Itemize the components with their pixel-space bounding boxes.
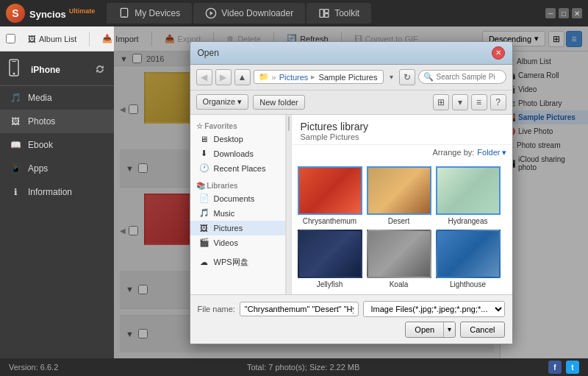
facebook-button[interactable]: f bbox=[548, 361, 562, 374]
ds-documents[interactable]: 📄 Documents bbox=[190, 191, 285, 206]
dialog-nav: ◀ ▶ ▲ 📁 » Pictures ▸ Sample Pictures ▾ ↻… bbox=[190, 65, 512, 91]
sidebar-item-apps[interactable]: 📱 Apps bbox=[0, 157, 114, 180]
status-bar: Version: 6.6.2 Total: 7 photo(s); Size: … bbox=[0, 358, 588, 376]
dialog-title-bar: Open ✕ bbox=[190, 42, 512, 65]
ds-desktop-label: Desktop bbox=[214, 135, 243, 143]
cancel-button[interactable]: Cancel bbox=[460, 322, 504, 338]
view-toggle-3[interactable]: ≡ bbox=[471, 94, 487, 110]
sidebar-media-label: Media bbox=[28, 93, 52, 103]
dialog-close-button[interactable]: ✕ bbox=[492, 46, 505, 60]
dialog-photo-jellyfish[interactable]: Jellyfish bbox=[298, 230, 362, 288]
svg-rect-5 bbox=[325, 10, 329, 13]
back-button[interactable]: ◀ bbox=[196, 69, 212, 85]
wps-icon: ☁ bbox=[199, 257, 209, 267]
view-toggle-2[interactable]: ▾ bbox=[452, 94, 468, 110]
ds-music[interactable]: 🎵 Music bbox=[190, 206, 285, 221]
breadcrumb-pictures[interactable]: Pictures bbox=[279, 73, 309, 82]
ds-downloads[interactable]: ⬇ Downloads bbox=[190, 146, 285, 161]
import-icon: 📥 bbox=[102, 34, 112, 43]
arrange-dropdown[interactable]: Folder ▾ bbox=[477, 148, 506, 157]
close-button[interactable]: ✕ bbox=[572, 8, 582, 18]
ebook-icon: 📖 bbox=[9, 138, 22, 152]
search-icon: 🔍 bbox=[423, 72, 434, 82]
dialog-photo-desert[interactable]: Desert bbox=[367, 166, 431, 225]
maximize-button[interactable]: □ bbox=[559, 8, 569, 18]
tab-my-devices-label: My Devices bbox=[135, 8, 180, 18]
sync-icon[interactable] bbox=[95, 64, 105, 77]
dialog-photo-koala[interactable]: Koala bbox=[367, 230, 431, 288]
logo-icon: S bbox=[6, 4, 25, 23]
tab-toolkit[interactable]: Toolkit bbox=[306, 3, 371, 24]
tab-my-devices[interactable]: My Devices bbox=[107, 3, 192, 24]
window-controls: ─ □ ✕ bbox=[545, 8, 582, 18]
dialog-photo-lighthouse[interactable]: Lighthouse bbox=[436, 230, 501, 288]
view-toggle-1[interactable]: ⊞ bbox=[433, 94, 449, 110]
media-icon: 🎵 bbox=[9, 91, 22, 104]
filename-label: File name: bbox=[198, 305, 235, 313]
dialog-photo-chrysanthemum[interactable]: Chrysanthemum bbox=[298, 166, 362, 225]
videos-icon: 🎬 bbox=[199, 238, 209, 248]
photo-thumb-lighthouse[interactable] bbox=[436, 230, 501, 278]
sidebar-item-media[interactable]: 🎵 Media bbox=[0, 86, 114, 110]
refresh-nav-button[interactable]: ↻ bbox=[399, 69, 415, 85]
apps-icon: 📱 bbox=[9, 162, 22, 175]
ds-videos[interactable]: 🎬 Videos bbox=[190, 235, 285, 250]
album-list-button[interactable]: 🖼 Album List bbox=[21, 32, 83, 46]
search-input[interactable] bbox=[437, 73, 495, 81]
breadcrumb-expand[interactable]: ▾ bbox=[390, 73, 393, 81]
arrange-chevron: ▾ bbox=[502, 148, 506, 157]
new-folder-button[interactable]: New folder bbox=[253, 95, 305, 110]
version-label: Version: 6.6.2 bbox=[9, 363, 58, 372]
sidebar-item-information[interactable]: ℹ Information bbox=[0, 180, 114, 204]
up-button[interactable]: ▲ bbox=[234, 69, 251, 85]
photo-label-chrysanthemum: Chrysanthemum bbox=[303, 217, 356, 225]
open-button-group: Open ▾ bbox=[405, 322, 456, 338]
sidebar-item-ebook[interactable]: 📖 Ebook bbox=[0, 133, 114, 157]
ds-desktop[interactable]: 🖥 Desktop bbox=[190, 132, 285, 146]
photo-thumb-hydrangeas[interactable] bbox=[436, 166, 501, 215]
svg-rect-1 bbox=[123, 16, 126, 17]
breadcrumb-sample: Sample Pictures bbox=[318, 73, 377, 82]
photo-thumb-chrysanthemum[interactable] bbox=[298, 166, 362, 215]
minimize-button[interactable]: ─ bbox=[545, 8, 556, 18]
open-button[interactable]: Open bbox=[406, 322, 444, 337]
libraries-section: 📚 Libraries 📄 Documents 🎵 Music 🖼 Pictur… bbox=[190, 180, 285, 250]
dialog-scrollbar[interactable] bbox=[286, 115, 292, 294]
album-list-label: Album List bbox=[39, 35, 76, 43]
breadcrumb-bar: 📁 » Pictures ▸ Sample Pictures bbox=[254, 70, 384, 84]
scrollbar-thumb[interactable] bbox=[288, 116, 290, 131]
svg-rect-9 bbox=[12, 61, 16, 62]
ds-recent-places[interactable]: 🕐 Recent Places bbox=[190, 161, 285, 176]
select-all-checkbox[interactable] bbox=[6, 34, 15, 43]
ds-pictures[interactable]: 🖼 Pictures bbox=[190, 221, 285, 235]
dialog-photo-hydrangeas[interactable]: Hydrangeas bbox=[436, 166, 501, 225]
ds-wps[interactable]: ☁ WPS网盘 bbox=[190, 255, 285, 270]
search-box: 🔍 bbox=[418, 70, 506, 84]
sidebar-item-photos[interactable]: 🖼 Photos bbox=[0, 110, 114, 133]
album-list-icon: 🖼 bbox=[28, 35, 36, 43]
tab-video-downloader-label: Video Downloader bbox=[221, 8, 293, 18]
tab-video-downloader[interactable]: Video Downloader bbox=[193, 3, 305, 24]
svg-point-8 bbox=[13, 73, 15, 75]
help-button[interactable]: ? bbox=[490, 94, 506, 110]
ds-documents-label: Documents bbox=[214, 194, 255, 203]
recent-icon: 🕐 bbox=[199, 163, 209, 174]
photo-label-jellyfish: Jellyfish bbox=[317, 280, 343, 288]
photo-label-desert: Desert bbox=[388, 217, 409, 225]
photo-thumb-koala[interactable] bbox=[367, 230, 431, 278]
organize-button[interactable]: Organize ▾ bbox=[196, 94, 249, 110]
filename-row: File name: Image Files(*.jpg;*.jpeg;*.pn… bbox=[198, 301, 505, 317]
svg-marker-3 bbox=[210, 11, 213, 15]
filename-input[interactable] bbox=[240, 302, 359, 316]
photo-thumb-jellyfish[interactable] bbox=[298, 230, 362, 278]
library-title: Pictures library bbox=[301, 121, 503, 132]
open-dropdown-button[interactable]: ▾ bbox=[444, 322, 455, 336]
svg-rect-0 bbox=[121, 8, 128, 17]
arrange-row: Arrange by: Folder ▾ bbox=[292, 145, 512, 160]
forward-button[interactable]: ▶ bbox=[215, 69, 232, 85]
sidebar-device: iPhone bbox=[0, 54, 114, 86]
filetype-dropdown[interactable]: Image Files(*.jpg;*.jpeg;*.png;*... bbox=[363, 301, 505, 317]
photo-thumb-desert[interactable] bbox=[367, 166, 431, 215]
separator-1 bbox=[89, 32, 90, 46]
twitter-button[interactable]: t bbox=[566, 361, 579, 374]
